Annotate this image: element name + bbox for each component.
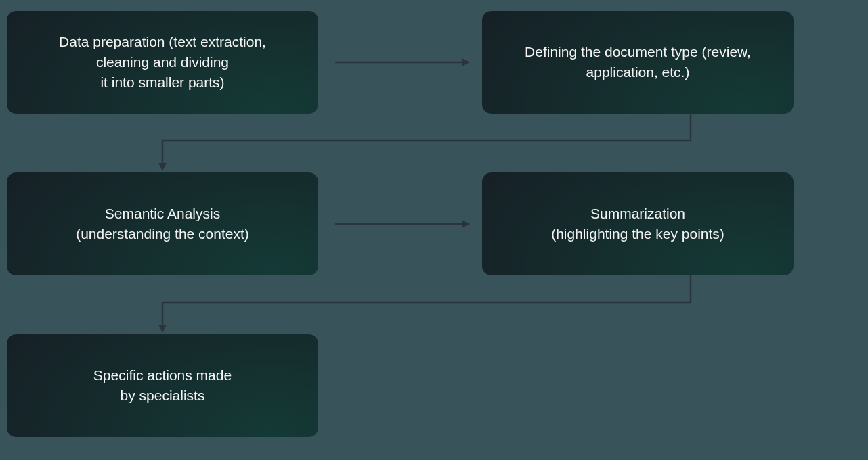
svg-marker-4 [462,220,470,228]
node-semantic-analysis: Semantic Analysis (understanding the con… [7,172,318,275]
node-label: Specific actions made by specialists [93,365,232,406]
arrow-elbow-down-icon [135,114,731,178]
svg-marker-5 [158,325,167,333]
arrow-elbow-down-icon [135,275,731,340]
node-label: Data preparation (text extraction, clean… [59,32,266,92]
node-defining-type: Defining the document type (review, appl… [482,11,794,114]
svg-marker-2 [158,163,167,171]
node-specific-actions: Specific actions made by specialists [7,334,318,437]
arrow-right-icon [318,216,482,236]
node-label: Semantic Analysis (understanding the con… [76,204,249,244]
node-label: Summarization (highlighting the key poin… [551,204,724,244]
node-summarization: Summarization (highlighting the key poin… [482,172,794,275]
arrow-right-icon [318,54,482,74]
node-label: Defining the document type (review, appl… [525,42,751,83]
node-data-preparation: Data preparation (text extraction, clean… [7,11,318,114]
flowchart-canvas: Data preparation (text extraction, clean… [0,0,868,460]
svg-marker-1 [462,58,470,66]
